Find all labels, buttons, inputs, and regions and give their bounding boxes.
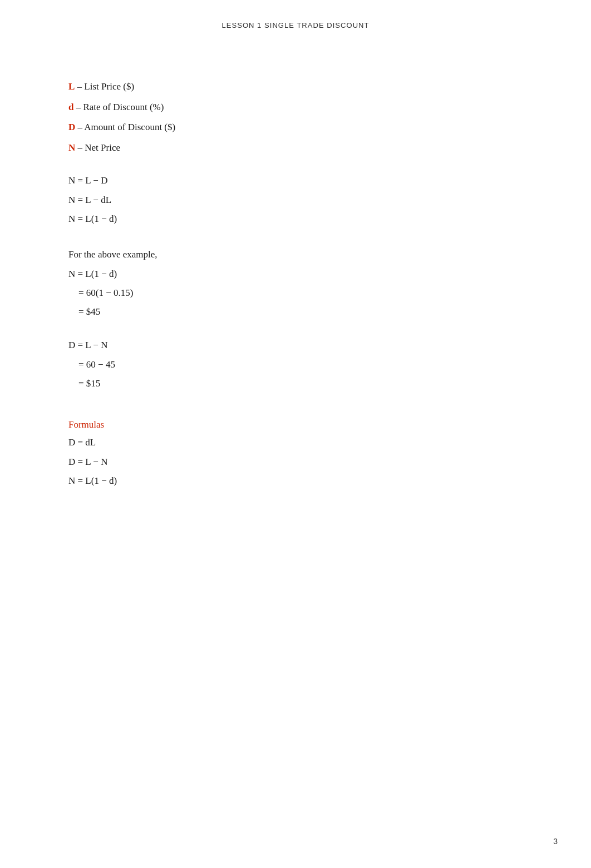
d-formula-1: D = L − N bbox=[68, 336, 591, 354]
formula-N-equals-L-1-minus-d: N = L(1 − d) bbox=[68, 210, 591, 228]
formulas-heading: Formulas bbox=[68, 419, 591, 430]
formulas-N-equals-L-1-minus-d: N = L(1 − d) bbox=[68, 472, 591, 490]
def-d-text: – Rate of Discount (%) bbox=[73, 102, 164, 112]
definitions-section: L – List Price ($) d – Rate of Discount … bbox=[68, 78, 591, 156]
example-intro-text: For the above example, bbox=[68, 246, 591, 264]
formula-N-equals-L-minus-D: N = L − D bbox=[68, 172, 591, 190]
formula-N-equals-L-minus-dL: N = L − dL bbox=[68, 191, 591, 209]
page-number: 3 bbox=[553, 837, 558, 846]
page-header: LESSON 1 SINGLE TRADE DISCOUNT bbox=[0, 0, 591, 35]
basic-formulas-section: N = L − D N = L − dL N = L(1 − d) bbox=[68, 172, 591, 228]
example-formula-1: N = L(1 − d) bbox=[68, 265, 591, 283]
definition-N: N – Net Price bbox=[68, 140, 591, 157]
definition-D: D – Amount of Discount ($) bbox=[68, 119, 591, 136]
d-formula-2: = 60 − 45 bbox=[68, 356, 591, 374]
definition-d: d – Rate of Discount (%) bbox=[68, 99, 591, 116]
def-D-text: – Amount of Discount ($) bbox=[75, 122, 175, 132]
example-section: For the above example, N = L(1 − d) = 60… bbox=[68, 246, 591, 321]
example-formula-3: = $45 bbox=[68, 303, 591, 321]
d-formula-3: = $15 bbox=[68, 375, 591, 393]
formulas-D-equals-L-minus-N: D = L − N bbox=[68, 453, 591, 471]
d-calculation-section: D = L − N = 60 − 45 = $15 bbox=[68, 336, 591, 393]
definition-L: L – List Price ($) bbox=[68, 78, 591, 96]
def-N-text: – Net Price bbox=[75, 142, 120, 153]
formulas-D-equals-dL: D = dL bbox=[68, 434, 591, 452]
def-D-letter: D bbox=[68, 122, 75, 132]
def-L-text: – List Price ($) bbox=[75, 81, 134, 92]
def-N-letter: N bbox=[68, 142, 75, 153]
formulas-section: Formulas D = dL D = L − N N = L(1 − d) bbox=[68, 419, 591, 490]
example-formula-2: = 60(1 − 0.15) bbox=[68, 284, 591, 302]
def-L-letter: L bbox=[68, 81, 75, 92]
